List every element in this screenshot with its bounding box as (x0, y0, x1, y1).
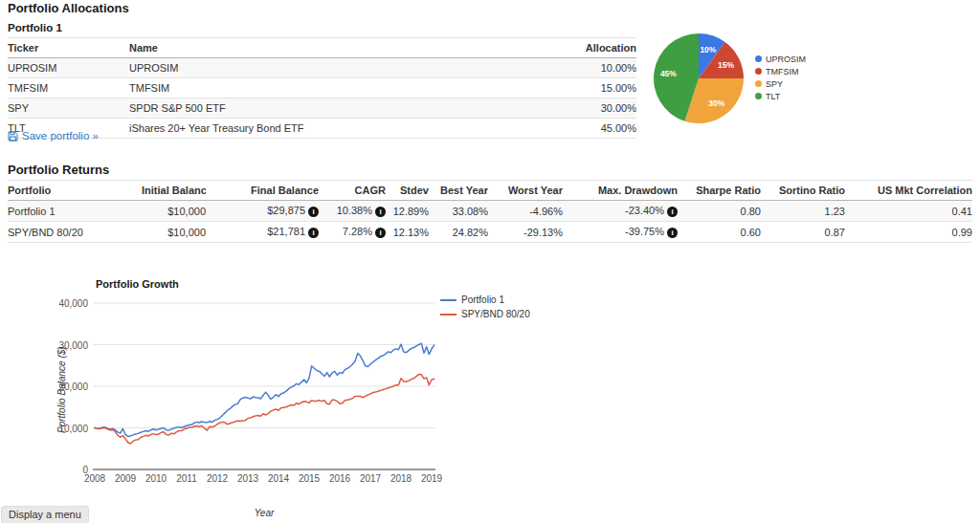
info-icon[interactable]: i (667, 228, 678, 238)
column-header: Worst Year (488, 181, 563, 201)
pie-slice-label: 10% (700, 45, 716, 54)
table-cell: TMFSIM (129, 78, 526, 98)
allocation-pie-chart: 10%15%30%45% (653, 33, 745, 124)
column-header: Best Year (429, 181, 488, 201)
table-row: Portfolio 1$10,000$29,875i10.38%i12.89%3… (8, 201, 972, 222)
column-header: Final Balance (206, 181, 319, 201)
legend-label: Portfolio 1 (461, 294, 504, 305)
growth-line-chart (93, 298, 439, 474)
save-portfolio-link[interactable]: Save portfolio » (8, 130, 99, 142)
table-cell: 45.00% (526, 119, 636, 139)
growth-chart-legend: Portfolio 1SPY/BND 80/20 (440, 293, 530, 321)
pie-legend: UPROSIMTMFSIMSPYTLT (755, 53, 806, 102)
table-cell: UPROSIM (129, 58, 526, 78)
table-cell: Portfolio 1 (8, 201, 142, 222)
table-row: UPROSIMUPROSIM10.00% (8, 58, 636, 78)
legend-dot-icon (755, 80, 762, 87)
table-cell: 0.80 (678, 201, 761, 222)
table-row: TMFSIMTMFSIM15.00% (8, 78, 636, 98)
legend-dot-icon (755, 68, 762, 75)
y-tick-label: 40,000 (46, 298, 88, 309)
returns-heading: Portfolio Returns (8, 163, 109, 177)
info-icon[interactable]: i (667, 207, 678, 217)
info-icon[interactable]: i (308, 228, 319, 238)
legend-item-tmfsim: TMFSIM (755, 65, 806, 77)
legend-item-tlt: TLT (755, 90, 806, 102)
allocations-table: TickerNameAllocationUPROSIMUPROSIM10.00%… (8, 37, 636, 139)
table-cell: 15.00% (526, 78, 636, 98)
legend-item-spy: SPY (755, 77, 806, 90)
table-cell: 0.60 (678, 222, 761, 243)
table-row: TLTiShares 20+ Year Treasury Bond ETF45.… (8, 119, 636, 139)
info-icon[interactable]: i (308, 207, 319, 217)
column-header: Name (129, 38, 526, 58)
table-cell: 24.82% (429, 222, 488, 243)
table-cell: -29.13% (488, 222, 563, 243)
column-header: Allocation (526, 38, 636, 58)
table-cell: UPROSIM (8, 58, 129, 78)
growth-chart-title: Portfolio Growth (96, 278, 179, 290)
y-tick-label: 10,000 (46, 424, 88, 434)
returns-table: PortfolioInitial BalanceFinal BalanceCAG… (8, 180, 972, 243)
table-cell: 1.23 (761, 201, 845, 222)
table-cell: TMFSIM (8, 78, 129, 98)
legend-label: UPROSIM (766, 54, 806, 64)
x-axis-label: Year (235, 508, 293, 518)
column-header: Ticker (8, 38, 129, 58)
info-icon[interactable]: i (375, 207, 386, 217)
column-header: Max. Drawdown (563, 181, 678, 201)
table-cell: 10.00% (526, 58, 636, 78)
table-cell: 0.99 (845, 222, 972, 243)
pie-slice-label: 45% (660, 69, 677, 78)
legend-label: SPY/BND 80/20 (461, 309, 530, 319)
column-header: Initial Balance (142, 181, 206, 201)
portfolio-1-label: Portfolio 1 (8, 22, 62, 33)
y-tick-label: 20,000 (46, 381, 88, 392)
table-cell: 33.08% (429, 201, 488, 222)
legend-item-portfolio-1: Portfolio 1 (440, 293, 530, 307)
table-cell: -39.75%i (563, 222, 678, 243)
table-cell: $10,000 (142, 222, 206, 243)
table-cell: SPY/BND 80/20 (8, 222, 142, 243)
table-cell: SPDR S&P 500 ETF (129, 98, 526, 119)
column-header: Stdev (386, 181, 429, 201)
table-cell: $10,000 (142, 201, 206, 222)
save-icon (8, 131, 18, 142)
legend-item-uprosim: UPROSIM (755, 53, 806, 65)
table-cell: $21,781i (206, 222, 319, 243)
legend-dot-icon (755, 93, 762, 99)
legend-label: TLT (766, 92, 780, 101)
table-cell: $29,875i (206, 201, 319, 222)
table-cell: -4.96% (488, 201, 563, 222)
table-cell: SPY (8, 98, 129, 119)
display-menu-button[interactable]: Display a menu (1, 506, 89, 523)
legend-dot-icon (755, 55, 762, 62)
table-cell: 7.28%i (319, 222, 386, 243)
pie-slice-label: 30% (708, 98, 724, 108)
column-header: Sortino Ratio (761, 181, 845, 201)
table-row: SPY/BND 80/20$10,000$21,781i7.28%i12.13%… (8, 222, 972, 243)
legend-line-icon (440, 314, 457, 316)
header-row: PortfolioInitial BalanceFinal BalanceCAG… (8, 181, 972, 201)
portfolio-visualizer-page: Portfolio Allocations Portfolio 1 Ticker… (0, 0, 980, 523)
legend-label: TMFSIM (766, 67, 799, 76)
table-cell: iShares 20+ Year Treasury Bond ETF (129, 119, 526, 139)
column-header: Sharpe Ratio (678, 181, 761, 201)
column-header: US Mkt Correlation (845, 181, 972, 201)
table-cell: -23.40%i (563, 201, 678, 222)
info-icon[interactable]: i (375, 228, 386, 238)
header-row: TickerNameAllocation (8, 38, 636, 58)
series-line-spy-bnd-80-20 (95, 374, 434, 444)
legend-line-icon (440, 299, 457, 301)
legend-label: SPY (766, 79, 783, 89)
table-cell: 30.00% (526, 98, 636, 119)
table-cell: 12.13% (386, 222, 429, 243)
table-cell: 12.89% (386, 201, 429, 222)
column-header: CAGR (319, 181, 386, 201)
x-tick-label: 2019 (412, 473, 451, 484)
table-cell: 0.41 (845, 201, 972, 222)
save-portfolio-label: Save portfolio » (22, 130, 99, 142)
table-cell: 0.87 (761, 222, 845, 243)
allocations-heading: Portfolio Allocations (8, 1, 129, 15)
y-tick-label: 30,000 (46, 340, 88, 351)
